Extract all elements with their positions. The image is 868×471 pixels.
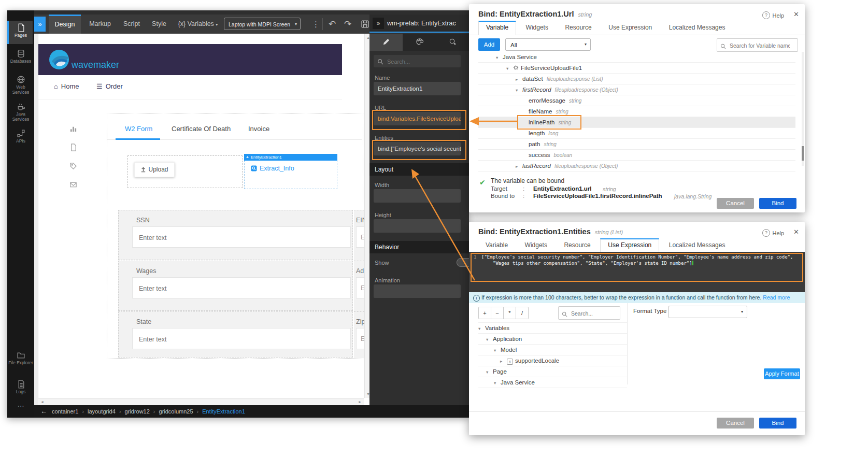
canvas-horizontal-scrollbar[interactable]: ◄ ► xyxy=(38,398,364,405)
tab-variable[interactable]: Variable xyxy=(478,21,516,35)
tree-row-errormessage[interactable]: errorMessagestring xyxy=(478,95,795,106)
expression-editor[interactable]: 1 ["Employee's social security number", … xyxy=(469,252,805,292)
add-variable-button[interactable]: Add xyxy=(478,38,500,51)
tree-row-dataset[interactable]: ▸dataSetfileuploadresponse (List) xyxy=(478,74,795,84)
expression-text[interactable]: ["Employee's social security number", "E… xyxy=(481,254,806,266)
sidebar-item-java-services[interactable]: Java Services xyxy=(7,99,34,124)
tree-row-variables[interactable]: ▾Variables xyxy=(478,323,627,334)
tab-use-expression[interactable]: Use Expression xyxy=(601,21,659,35)
tree-scrollbar[interactable] xyxy=(802,52,804,166)
variables-menu[interactable]: {x} Variables ▾ xyxy=(175,15,221,34)
close-button[interactable]: ✕ xyxy=(793,228,799,236)
tree-row-firstrecord[interactable]: ▾firstRecordfileuploadresponse (Object) xyxy=(478,84,795,95)
breadcrumb-item[interactable]: gridrow12 xyxy=(125,408,150,415)
breadcrumb-item[interactable]: container1 xyxy=(52,408,78,415)
sidebar-item-file-explorer[interactable]: File Explorer xyxy=(7,348,34,373)
expression-search-input[interactable] xyxy=(570,307,618,320)
tab-variable[interactable]: Variable xyxy=(478,238,515,252)
format-type-select[interactable]: ▾ xyxy=(668,306,747,318)
properties-search-input[interactable] xyxy=(386,55,460,68)
page-header-purple[interactable]: wavemaker xyxy=(38,44,342,75)
name-field[interactable]: EntityExtraction1 xyxy=(374,82,461,95)
tree-row-java-service[interactable]: ▾Java Service xyxy=(478,52,795,63)
tree-row-success[interactable]: successboolean xyxy=(478,150,795,161)
tree-row-java-service[interactable]: ▾Java Service xyxy=(478,377,627,388)
sidebar-item-pages[interactable]: Pages xyxy=(7,21,33,44)
properties-tab-style[interactable] xyxy=(403,34,436,51)
expand-panel-button[interactable]: » xyxy=(34,17,46,32)
tab-widgets[interactable]: Widgets xyxy=(519,21,556,35)
bind-button[interactable]: Bind xyxy=(759,418,796,429)
state-input[interactable] xyxy=(133,329,358,350)
variable-filter-select[interactable]: All▾ xyxy=(505,38,591,51)
address-input[interactable]: En xyxy=(356,277,364,298)
canvas-tab-w2form[interactable]: W2 Form xyxy=(125,125,152,133)
cancel-button[interactable]: Cancel xyxy=(717,418,754,429)
redo-button[interactable]: ↷ xyxy=(344,15,351,34)
tab-localized-messages[interactable]: Localized Messages xyxy=(662,238,733,252)
tab-script[interactable]: Script xyxy=(119,15,145,34)
canvas-tab-certificate[interactable]: Certificate Of Death xyxy=(172,125,231,133)
tab-design[interactable]: Design xyxy=(49,15,81,34)
sidebar-item-databases[interactable]: Databases xyxy=(7,47,34,70)
tree-row-lastrecord[interactable]: ▸lastRecordfileuploadresponse (Object) xyxy=(478,161,795,172)
divide-operator-button[interactable]: / xyxy=(516,307,529,319)
scroll-right-icon[interactable]: ► xyxy=(357,400,363,404)
entities-field[interactable]: bind:["Employee's social security n xyxy=(374,142,461,155)
save-button[interactable] xyxy=(361,20,369,31)
sidebar-item-apis[interactable]: APIs xyxy=(7,126,34,148)
breadcrumb-item-current[interactable]: EntityExtraction1 xyxy=(202,408,245,415)
url-field[interactable]: bind:Variables.FileServiceUploadF xyxy=(374,112,461,125)
upload-button[interactable]: Upload xyxy=(134,162,175,177)
canvas-tab-invoice[interactable]: Invoice xyxy=(248,125,269,133)
layout-section-header[interactable]: Layout xyxy=(369,163,469,176)
read-more-link[interactable]: Read more xyxy=(763,294,790,301)
widget-selection-header[interactable]: +EntityExtraction1 xyxy=(244,154,337,161)
multiply-operator-button[interactable]: * xyxy=(504,307,516,319)
height-field[interactable] xyxy=(374,219,461,233)
sidebar-item-web-services[interactable]: Web Services xyxy=(7,73,34,97)
tree-row-inlinepath[interactable]: inlinePathstring xyxy=(478,117,795,128)
variable-search-input[interactable] xyxy=(729,39,791,52)
show-toggle[interactable] xyxy=(457,258,469,267)
sidebar-more-button[interactable]: ⋯ xyxy=(7,400,34,410)
properties-tab-edit[interactable] xyxy=(369,34,403,51)
tree-row-application[interactable]: ▾Application xyxy=(478,334,627,345)
width-field[interactable] xyxy=(374,189,461,203)
entity-extraction-widget[interactable]: +EntityExtraction1 Extract_Info xyxy=(244,154,337,189)
tab-resource[interactable]: Resource xyxy=(557,238,597,252)
nav-item-order[interactable]: ☰Order xyxy=(96,82,123,90)
tree-row-page[interactable]: ▾Page xyxy=(478,366,627,377)
device-selector[interactable]: Laptop with MDPI Screen ▾ xyxy=(224,18,301,30)
tree-row-length[interactable]: lengthlong xyxy=(478,128,795,139)
back-arrow-icon[interactable]: ← xyxy=(40,405,47,418)
tree-row-model[interactable]: ▾Model xyxy=(478,345,627,355)
help-button[interactable]: ? Help xyxy=(762,10,784,20)
breadcrumb-item[interactable]: gridcolumn25 xyxy=(159,408,193,415)
tree-row-path[interactable]: pathstring xyxy=(478,139,795,150)
minus-operator-button[interactable]: − xyxy=(491,307,504,319)
scroll-left-icon[interactable]: ◄ xyxy=(39,400,46,404)
tab-style[interactable]: Style xyxy=(147,15,171,34)
tab-localized-messages[interactable]: Localized Messages xyxy=(662,21,733,35)
cancel-button[interactable]: Cancel xyxy=(717,198,754,209)
tab-use-expression[interactable]: Use Expression xyxy=(600,238,659,253)
help-button[interactable]: ? Help xyxy=(762,228,784,237)
animation-field[interactable] xyxy=(374,284,461,298)
properties-tab-security[interactable] xyxy=(436,34,469,51)
tab-widgets[interactable]: Widgets xyxy=(518,238,554,252)
zip-input[interactable]: En xyxy=(356,328,364,349)
sidebar-item-logs[interactable]: Logs xyxy=(7,377,34,399)
undo-button[interactable]: ↶ xyxy=(329,15,336,34)
collapse-panel-button[interactable]: » xyxy=(373,18,384,29)
wages-input[interactable] xyxy=(133,278,358,299)
ein-input[interactable]: En xyxy=(356,226,364,248)
nav-item-home[interactable]: ⌂Home xyxy=(54,82,79,90)
tree-row-filename[interactable]: fileNamestring xyxy=(478,106,795,117)
more-options-button[interactable]: ⋮ xyxy=(312,15,320,34)
tab-markup[interactable]: Markup xyxy=(85,15,115,34)
ssn-input[interactable] xyxy=(133,227,358,248)
breadcrumb-item[interactable]: layoutgrid4 xyxy=(88,408,116,415)
behavior-section-header[interactable]: Behavior xyxy=(369,241,469,253)
tree-row-supportedlocale[interactable]: ▸xsupportedLocale xyxy=(478,355,627,366)
